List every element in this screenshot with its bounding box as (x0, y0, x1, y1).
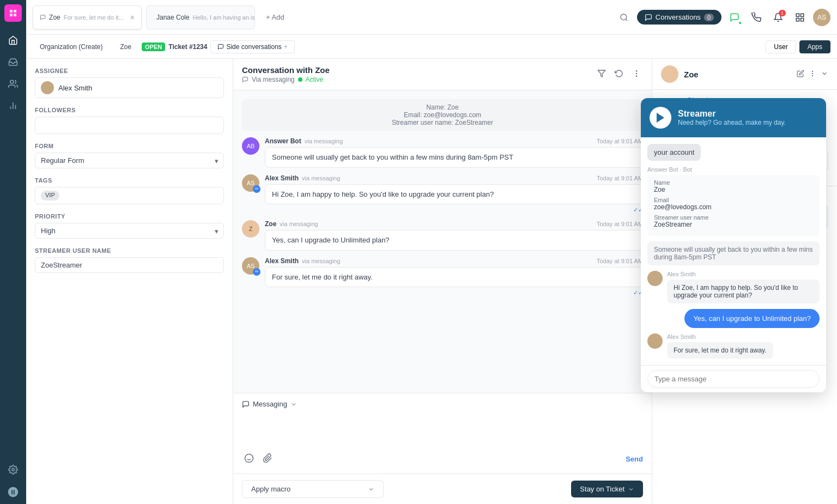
nav-settings[interactable] (3, 460, 23, 479)
conversations-label: Conversations (656, 13, 701, 21)
nav-home[interactable] (3, 31, 23, 50)
streamer-alex-avatar-1 (647, 271, 663, 286)
messages-area: Name: Zoe Email: zoe@lovedogs.com Stream… (233, 90, 652, 393)
apply-macro-button[interactable]: Apply macro (242, 480, 384, 498)
form-select[interactable]: Regular Form (35, 153, 224, 168)
streamer-info-email: zoe@lovedogs.com (654, 203, 813, 211)
message-3-content: Zoe via messaging Today at 9:01 AM Yes, … (265, 220, 643, 251)
message-input[interactable] (242, 412, 643, 445)
followers-input[interactable] (35, 117, 224, 134)
more-user-button[interactable] (809, 70, 816, 79)
streamer-footer (641, 365, 826, 392)
tab-add-button[interactable]: + Add (259, 10, 291, 25)
zendesk-logo (7, 486, 19, 500)
streamer-message-input[interactable] (647, 370, 820, 388)
left-panel: Assignee Alex Smith Followers Form Regul… (26, 59, 233, 504)
tab-zoe[interactable]: Zoe For sure, let me do it... × (33, 5, 142, 29)
form-field-group: Form Regular Form (35, 143, 224, 168)
followers-label: Followers (35, 107, 224, 113)
priority-select[interactable]: High (35, 223, 224, 239)
message-2: AS ✏ Alex Smith via messaging Today at 9… (242, 174, 643, 214)
assignee-label: Assignee (35, 68, 224, 74)
streamer-username-input[interactable] (35, 257, 224, 273)
streamer-alex-avatar-2 (647, 333, 663, 349)
notifications-button[interactable]: 1 (769, 9, 787, 26)
nav-inbox[interactable] (3, 52, 23, 72)
collapse-panel-button[interactable] (821, 70, 828, 79)
form-label: Form (35, 143, 224, 149)
message-2-sender: Alex Smith (265, 174, 299, 182)
side-conversations-button[interactable]: Side conversations + (210, 40, 294, 53)
message-3-bubble: Yes, can I upgrade to Unlimited plan? (265, 230, 643, 251)
nav-users[interactable] (3, 74, 23, 94)
breadcrumb-zoe[interactable]: Zoe (113, 40, 138, 53)
bot-avatar: AB (242, 137, 259, 155)
left-rail (0, 0, 26, 504)
message-2-read: ✓✓ (265, 207, 643, 214)
zoe-avatar: Z (242, 220, 259, 238)
form-select-wrapper: Regular Form (35, 153, 224, 168)
right-panel-header: Zoe (652, 59, 837, 90)
attach-button[interactable] (260, 451, 275, 467)
streamer-info-name-row: Name Zoe (654, 179, 813, 193)
svg-point-0 (10, 80, 14, 83)
tags-input[interactable]: VIP (35, 187, 224, 204)
messaging-toggle[interactable]: Messaging (242, 400, 643, 408)
tab-janae-preview: Hello, I am having an is... (193, 14, 255, 21)
nav-reports[interactable] (3, 96, 23, 116)
message-3-via: via messaging (280, 221, 318, 227)
svg-point-5 (621, 14, 627, 20)
streamer-subtitle: Need help? Go ahead, make my day. (678, 119, 786, 126)
streamer-info-block: Name Zoe Email zoe@lovedogs.com Streamer… (647, 175, 820, 236)
tab-zoe-close[interactable]: × (130, 13, 135, 22)
streamer-alex-bubble-2: For sure, let me do it right away. (667, 342, 773, 359)
priority-label: Priority (35, 213, 224, 220)
breadcrumb-org[interactable]: Organization (Create) (33, 40, 110, 53)
message-3-header: Zoe via messaging Today at 9:01 AM (265, 220, 643, 228)
phone-button[interactable] (748, 9, 765, 26)
streamer-title: Streamer (678, 109, 786, 119)
ticket-id[interactable]: Ticket #1234 (168, 43, 207, 51)
conversation-actions (595, 67, 643, 82)
right-panel-user: Zoe (661, 65, 699, 83)
svg-rect-10 (796, 18, 799, 21)
input-actions (242, 451, 275, 467)
svg-point-15 (245, 454, 253, 463)
message-4-via: via messaging (302, 258, 340, 264)
info-email: Email: zoe@lovedogs.com (248, 111, 636, 119)
streamer-title-group: Streamer Need help? Go ahead, make my da… (678, 109, 786, 126)
message-1-bubble: Someone will usually get back to you wit… (265, 147, 643, 168)
message-1-content: Answer Bot via messaging Today at 9:01 A… (265, 137, 643, 168)
assignee-name: Alex Smith (58, 84, 92, 92)
emoji-button[interactable] (242, 451, 256, 467)
more-button[interactable] (630, 67, 643, 82)
tab-janae[interactable]: Janae Cole Hello, I am having an is... × (146, 5, 255, 29)
edit-badge-1: ✏ (253, 185, 260, 193)
alex-avatar-2: AS ✏ (242, 257, 259, 275)
assignee-avatar (41, 81, 54, 94)
middle-panel: Conversation with Zoe Via messaging Acti… (233, 59, 652, 504)
svg-point-4 (12, 469, 15, 471)
filter-button[interactable] (595, 67, 608, 82)
edit-user-button[interactable] (797, 70, 804, 79)
stay-on-ticket-button[interactable]: Stay on Ticket (571, 481, 643, 497)
app-logo[interactable] (4, 4, 22, 22)
apps-tab-button[interactable]: Apps (799, 40, 830, 53)
user-avatar[interactable]: AS (813, 9, 830, 26)
streamer-alex-msg-2: Alex Smith For sure, let me do it right … (647, 333, 820, 359)
messaging-label: Messaging (253, 400, 287, 408)
send-button[interactable]: Send (626, 455, 643, 463)
history-button[interactable] (612, 67, 626, 82)
user-tab-button[interactable]: User (766, 40, 796, 53)
user-info-card: Name: Zoe Email: zoe@lovedogs.com Stream… (242, 99, 643, 131)
grid-button[interactable] (791, 9, 809, 26)
assignee-field[interactable]: Alex Smith (35, 77, 224, 98)
svg-line-6 (626, 19, 627, 21)
message-4-read: ✓✓ (265, 289, 643, 296)
message-1-time: Today at 9:01 AM (597, 138, 643, 144)
search-button[interactable] (615, 9, 633, 26)
topbar: Zoe For sure, let me do it... × Janae Co… (26, 0, 837, 35)
conversations-button[interactable]: Conversations 0 (637, 10, 721, 25)
chat-status-button[interactable] (726, 9, 743, 26)
priority-select-wrapper: High (35, 223, 224, 239)
